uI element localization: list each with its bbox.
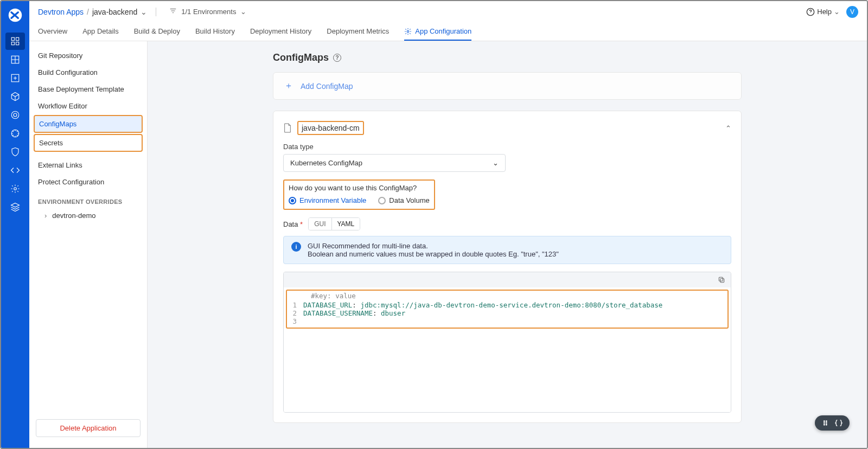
tab-build-history[interactable]: Build History	[195, 23, 235, 41]
tab-deployment-history[interactable]: Deployment History	[250, 23, 311, 41]
layers-icon[interactable]	[5, 198, 25, 216]
svg-point-18	[826, 421, 827, 422]
environments-filter[interactable]: 1/1 Environments ⌄	[169, 7, 246, 16]
filter-icon	[169, 7, 177, 16]
sidebar-git-repository[interactable]: Git Repository	[34, 48, 143, 63]
app-switcher-chevron-icon[interactable]: ⌄	[141, 8, 147, 16]
sidebar-env-devtron-demo[interactable]: devtron-demo	[34, 208, 143, 223]
plus-icon: ＋	[284, 80, 293, 92]
cube-icon[interactable]	[5, 88, 25, 105]
data-type-label: Data type	[283, 143, 731, 151]
add-configmap-button[interactable]: ＋ Add ConfigMap	[273, 72, 742, 100]
configmap-name: java-backend-cm	[297, 121, 364, 135]
chevron-down-icon: ⌄	[834, 8, 840, 16]
avatar[interactable]: V	[846, 6, 858, 18]
chevron-down-icon: ⌄	[240, 8, 246, 16]
svg-point-16	[824, 422, 825, 424]
icon-sidebar	[1, 1, 29, 448]
tab-app-configuration[interactable]: App Configuration	[404, 23, 471, 41]
tab-overview[interactable]: Overview	[38, 23, 67, 41]
helm-icon[interactable]	[5, 125, 25, 142]
chevron-down-icon: ⌄	[493, 159, 499, 167]
page-title: ConfigMaps ?	[273, 52, 742, 63]
svg-point-7	[11, 111, 19, 119]
sidebar-secrets[interactable]: Secrets	[35, 135, 142, 151]
sidebar-configmaps[interactable]: ConfigMaps	[35, 116, 142, 132]
copy-icon[interactable]	[718, 276, 725, 284]
svg-rect-4	[16, 42, 19, 45]
tab-app-details[interactable]: App Details	[82, 23, 118, 41]
svg-point-10	[14, 188, 17, 190]
configmap-card: java-backend-cm ⌃ Data type Kubernetes C…	[273, 111, 742, 423]
sidebar-workflow-editor[interactable]: Workflow Editor	[34, 98, 143, 114]
svg-point-17	[824, 425, 825, 426]
yaml-editor[interactable]: #key: value 1DATABASE_URL: jdbc:mysql://…	[283, 272, 731, 413]
svg-rect-1	[11, 37, 14, 40]
topbar: Devtron Apps / java-backend ⌄ 1/1 Enviro…	[29, 1, 867, 23]
config-sidebar: Git Repository Build Configuration Base …	[29, 41, 148, 448]
shield-icon[interactable]	[5, 143, 25, 161]
settings-icon[interactable]	[5, 180, 25, 197]
drag-icon	[821, 419, 830, 427]
help-icon[interactable]: ?	[333, 54, 341, 62]
svg-point-8	[14, 113, 17, 117]
data-format-toggle: GUI YAML	[308, 217, 360, 230]
sidebar-external-links[interactable]: External Links	[34, 157, 143, 173]
usage-block: How do you want to use this ConfigMap? E…	[283, 179, 435, 210]
toggle-yaml[interactable]: YAML	[331, 218, 360, 230]
svg-point-12	[407, 30, 409, 33]
apps-icon[interactable]	[5, 33, 25, 50]
sidebar-protect-configuration[interactable]: Protect Configuration	[34, 174, 143, 190]
sidebar-section-env-overrides: ENVIRONMENT OVERRIDES	[34, 194, 143, 207]
breadcrumb-current: java-backend	[92, 8, 137, 16]
info-icon: i	[291, 242, 301, 252]
svg-point-19	[826, 422, 827, 424]
radio-environment-variable[interactable]: Environment Variable	[289, 196, 366, 204]
toggle-gui[interactable]: GUI	[309, 218, 331, 230]
delete-application-button[interactable]: Delete Application	[36, 419, 141, 437]
file-icon	[283, 123, 292, 133]
tab-build-deploy[interactable]: Build & Deploy	[134, 23, 180, 41]
devtron-logo	[5, 5, 25, 25]
tab-deployment-metrics[interactable]: Deployment Metrics	[327, 23, 389, 41]
svg-rect-2	[16, 37, 19, 40]
code-icon[interactable]	[5, 162, 25, 179]
svg-point-15	[824, 421, 825, 422]
grid-icon[interactable]	[5, 51, 25, 68]
target-icon[interactable]	[5, 106, 25, 124]
collapse-icon[interactable]: ⌃	[725, 124, 731, 132]
add-panel-icon[interactable]	[5, 69, 25, 87]
svg-rect-14	[719, 277, 723, 281]
data-type-select[interactable]: Kubernetes ConfigMap ⌄	[283, 154, 506, 172]
info-banner: i GUI Recommended for multi-line data. B…	[283, 236, 731, 264]
breadcrumb-parent[interactable]: Devtron Apps	[38, 8, 84, 16]
tabs: OverviewApp DetailsBuild & DeployBuild H…	[29, 23, 867, 41]
svg-point-20	[826, 425, 827, 426]
data-label: Data	[283, 220, 298, 228]
svg-rect-3	[11, 42, 14, 45]
sidebar-build-configuration[interactable]: Build Configuration	[34, 65, 143, 80]
radio-data-volume[interactable]: Data Volume	[378, 196, 429, 204]
json-icon	[834, 419, 843, 427]
sidebar-base-deployment-template[interactable]: Base Deployment Template	[34, 81, 143, 97]
svg-rect-13	[720, 279, 724, 283]
floating-action-button[interactable]	[815, 415, 850, 431]
breadcrumb: Devtron Apps / java-backend ⌄	[38, 8, 147, 16]
help-menu[interactable]: Help ⌄	[806, 8, 840, 16]
